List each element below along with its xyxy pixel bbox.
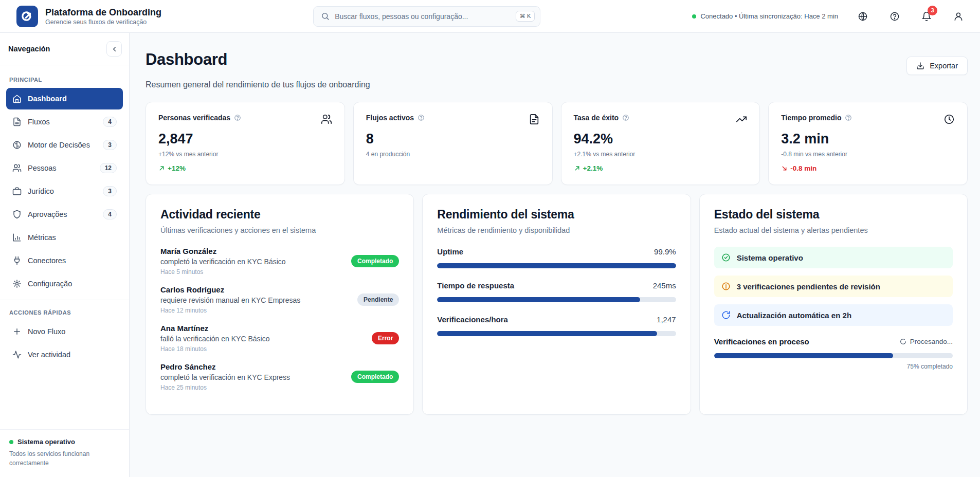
- metric-label: Verificaciones/hora: [437, 315, 508, 324]
- system-status-detail: Todos los servicios funcionan correctame…: [9, 450, 97, 468]
- shield-icon: [12, 210, 22, 219]
- connection-status: Conectado • Última sincronização: Hace 2…: [692, 12, 838, 20]
- activity-time: Hace 12 minutos: [160, 307, 300, 314]
- refresh-icon: [721, 310, 731, 320]
- sidebar-item-dashboard[interactable]: Dashboard: [6, 88, 123, 109]
- progress-fill: [714, 353, 893, 358]
- connection-status-text: Conectado • Última sincronização: Hace 2…: [700, 12, 838, 20]
- status-badge: Completado: [351, 255, 399, 267]
- stat-label: Tiempo promedio: [781, 114, 841, 122]
- activity-time: Hace 18 minutos: [160, 345, 269, 353]
- clock-icon: [943, 114, 955, 125]
- sidebar-item-aprovacoes[interactable]: Aprovações 4: [6, 204, 123, 225]
- export-button[interactable]: Exportar: [906, 57, 968, 75]
- stat-value: 8: [366, 131, 540, 147]
- sidebar: Navegación Principal Dashboard Fluxos 4: [0, 33, 130, 477]
- activity-action: falló la verificación en KYC Básico: [160, 335, 269, 343]
- activity-item: Carlos Rodríguez requiere revisión manua…: [160, 285, 399, 314]
- sidebar-item-conectores[interactable]: Conectores: [6, 250, 123, 271]
- quick-action-novo-fluxo[interactable]: Novo Fluxo: [6, 321, 123, 342]
- page-subtitle: Resumen general del rendimiento de tus f…: [146, 80, 370, 89]
- stat-value: 2,847: [158, 131, 332, 147]
- file-text-icon: [529, 114, 540, 125]
- help-circle-icon[interactable]: [234, 114, 241, 121]
- stat-sub: -0.8 min vs mes anterior: [781, 151, 955, 158]
- sidebar-item-label: Pessoas: [28, 164, 94, 172]
- quick-action-ver-actividad[interactable]: Ver actividad: [6, 344, 123, 365]
- sidebar-item-badge: 12: [100, 163, 117, 173]
- section-principal-label: Principal: [0, 74, 129, 88]
- metric-value: 99.9%: [654, 247, 676, 256]
- users-icon: [321, 114, 332, 125]
- brand: Plataforma de Onboarding Gerencie seus f…: [16, 6, 161, 27]
- alert-system-operational: Sistema operativo: [714, 247, 953, 268]
- stat-value: 94.2%: [574, 131, 748, 147]
- activity-time: Hace 25 minutos: [160, 384, 290, 391]
- system-status-title: Estado del sistema: [714, 208, 953, 222]
- alert-text: Sistema operativo: [737, 253, 803, 262]
- language-button[interactable]: [856, 9, 870, 24]
- system-status-dot: [9, 440, 13, 444]
- stat-label: Flujos activos: [366, 114, 414, 122]
- stat-value: 3.2 min: [781, 131, 955, 147]
- global-search[interactable]: ⌘ K: [313, 6, 540, 27]
- activity-item: Ana Martínez falló la verificación en KY…: [160, 324, 399, 353]
- status-badge: Error: [372, 332, 399, 344]
- metric-uptime: Uptime 99.9%: [437, 247, 676, 268]
- progress-caption: 75% completado: [714, 363, 953, 370]
- metric-label: Uptime: [437, 247, 463, 256]
- sidebar-item-fluxos[interactable]: Fluxos 4: [6, 111, 123, 133]
- sidebar-item-label: Motor de Decisões: [28, 141, 97, 149]
- help-button[interactable]: [887, 9, 902, 24]
- help-circle-icon[interactable]: [418, 114, 425, 121]
- sidebar-collapse-button[interactable]: [106, 41, 122, 57]
- system-status-subtitle: Estado actual del sistema y alertas pend…: [714, 226, 953, 234]
- sidebar-divider: [0, 300, 129, 300]
- sidebar-item-motor-de-decisoes[interactable]: Motor de Decisões 3: [6, 134, 123, 156]
- metric-value: 1,247: [657, 315, 676, 324]
- activity-time: Hace 5 minutos: [160, 268, 286, 276]
- sidebar-item-label: Fluxos: [28, 118, 97, 126]
- progress-fill: [437, 331, 657, 336]
- user-menu-button[interactable]: [951, 9, 966, 24]
- sidebar-title: Navegación: [8, 45, 50, 53]
- plug-icon: [12, 256, 22, 265]
- stat-trend: +2.1%: [574, 164, 748, 172]
- sidebar-item-configuracao[interactable]: Configuração: [6, 273, 123, 295]
- search-input[interactable]: [335, 12, 511, 21]
- quick-action-label: Ver actividad: [28, 351, 117, 359]
- progress-track: [437, 263, 676, 268]
- help-circle-icon[interactable]: [845, 114, 852, 121]
- app-logo: [16, 6, 38, 27]
- page-title: Dashboard: [146, 50, 370, 69]
- sidebar-item-metricas[interactable]: Métricas: [6, 227, 123, 248]
- stat-trend: +12%: [158, 164, 332, 172]
- sidebar-item-badge: 4: [103, 117, 117, 127]
- system-performance-panel: Rendimiento del sistema Métricas de rend…: [422, 194, 691, 415]
- sidebar-item-pessoas[interactable]: Pessoas 12: [6, 157, 123, 179]
- notifications-button[interactable]: 3: [919, 9, 934, 24]
- sidebar-item-juridico[interactable]: Jurídico 3: [6, 180, 123, 202]
- in-progress-label: Verificaciones en proceso: [714, 337, 809, 346]
- sidebar-item-badge: 3: [103, 140, 117, 150]
- stat-trend: -0.8 min: [781, 164, 955, 172]
- alert-circle-icon: [721, 282, 731, 291]
- sidebar-item-label: Jurídico: [28, 187, 97, 195]
- system-status-label: Sistema operativo: [17, 438, 75, 446]
- alert-text: 3 verificaciones pendientes de revisión: [737, 282, 880, 291]
- download-icon: [916, 62, 924, 70]
- recent-activity-panel: Actividad reciente Últimas verificacione…: [146, 194, 414, 415]
- spinner-icon: [900, 338, 906, 345]
- stat-card-tiempo-promedio: Tiempo promedio 3.2 min -0.8 min vs mes …: [768, 102, 968, 185]
- app-title: Plataforma de Onboarding: [45, 7, 161, 19]
- activity-item: Pedro Sánchez completó la verificación e…: [160, 362, 399, 391]
- activity-person-name: Pedro Sánchez: [160, 362, 290, 371]
- help-circle-icon[interactable]: [622, 114, 629, 121]
- progress-track: [437, 331, 676, 336]
- progress-fill: [437, 263, 676, 268]
- activity-item: María González completó la verificación …: [160, 247, 399, 276]
- stat-sub: 4 en producción: [366, 151, 540, 158]
- sidebar-item-label: Conectores: [28, 256, 117, 265]
- top-bar: Plataforma de Onboarding Gerencie seus f…: [0, 0, 980, 33]
- trend-down-icon: [781, 165, 788, 172]
